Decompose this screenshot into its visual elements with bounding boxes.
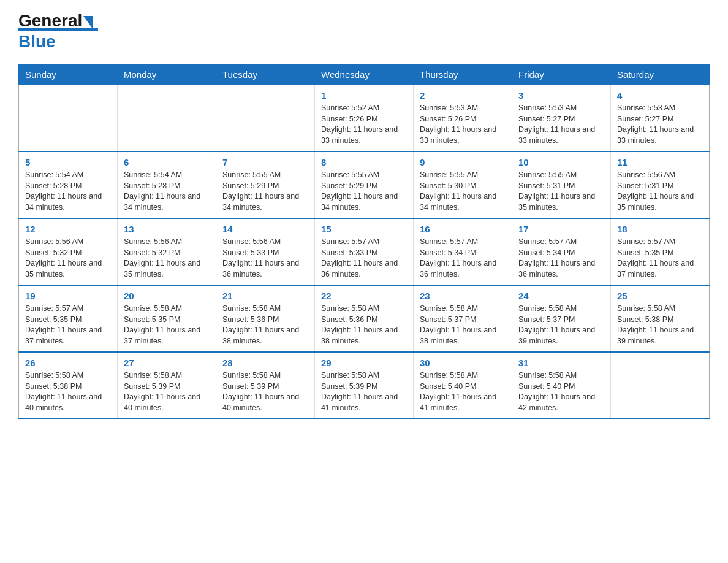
calendar-cell: 17Sunrise: 5:57 AMSunset: 5:34 PMDayligh…	[512, 218, 611, 285]
calendar-cell: 31Sunrise: 5:58 AMSunset: 5:40 PMDayligh…	[512, 352, 611, 419]
day-info: Sunrise: 5:57 AMSunset: 5:34 PMDaylight:…	[420, 237, 506, 280]
day-info: Sunrise: 5:53 AMSunset: 5:26 PMDaylight:…	[420, 103, 506, 146]
calendar-cell: 11Sunrise: 5:56 AMSunset: 5:31 PMDayligh…	[611, 151, 710, 218]
day-info: Sunrise: 5:55 AMSunset: 5:29 PMDaylight:…	[321, 170, 407, 213]
logo-blue-text: Blue	[18, 32, 56, 51]
day-number: 7	[222, 157, 308, 167]
day-info: Sunrise: 5:58 AMSunset: 5:35 PMDaylight:…	[124, 304, 210, 347]
header-wednesday: Wednesday	[315, 64, 414, 85]
day-number: 26	[25, 358, 111, 368]
day-number: 14	[222, 224, 308, 234]
day-info: Sunrise: 5:57 AMSunset: 5:33 PMDaylight:…	[321, 237, 407, 280]
day-number: 23	[420, 291, 506, 301]
header-friday: Friday	[512, 64, 611, 85]
calendar-cell: 9Sunrise: 5:55 AMSunset: 5:30 PMDaylight…	[414, 151, 512, 218]
calendar-cell	[216, 85, 315, 152]
day-number: 11	[617, 157, 703, 167]
calendar-table: SundayMondayTuesdayWednesdayThursdayFrid…	[18, 64, 710, 419]
day-info: Sunrise: 5:56 AMSunset: 5:31 PMDaylight:…	[617, 170, 703, 213]
header-saturday: Saturday	[611, 64, 710, 85]
calendar-cell: 3Sunrise: 5:53 AMSunset: 5:27 PMDaylight…	[512, 85, 611, 152]
day-info: Sunrise: 5:58 AMSunset: 5:37 PMDaylight:…	[420, 304, 506, 347]
calendar-cell: 18Sunrise: 5:57 AMSunset: 5:35 PMDayligh…	[611, 218, 710, 285]
day-info: Sunrise: 5:57 AMSunset: 5:35 PMDaylight:…	[25, 304, 111, 347]
day-number: 15	[321, 224, 407, 234]
week-row-1: 1Sunrise: 5:52 AMSunset: 5:26 PMDaylight…	[19, 85, 710, 152]
calendar-cell: 23Sunrise: 5:58 AMSunset: 5:37 PMDayligh…	[414, 285, 512, 352]
calendar-cell: 15Sunrise: 5:57 AMSunset: 5:33 PMDayligh…	[315, 218, 414, 285]
calendar-cell: 21Sunrise: 5:58 AMSunset: 5:36 PMDayligh…	[216, 285, 315, 352]
day-number: 22	[321, 291, 407, 301]
day-number: 4	[617, 90, 703, 101]
calendar-cell: 10Sunrise: 5:55 AMSunset: 5:31 PMDayligh…	[512, 151, 611, 218]
header-thursday: Thursday	[414, 64, 512, 85]
calendar-cell: 1Sunrise: 5:52 AMSunset: 5:26 PMDaylight…	[315, 85, 414, 152]
calendar-cell: 25Sunrise: 5:58 AMSunset: 5:38 PMDayligh…	[611, 285, 710, 352]
day-info: Sunrise: 5:55 AMSunset: 5:31 PMDaylight:…	[518, 170, 604, 213]
day-number: 8	[321, 157, 407, 167]
calendar-cell: 5Sunrise: 5:54 AMSunset: 5:28 PMDaylight…	[19, 151, 118, 218]
calendar-cell: 29Sunrise: 5:58 AMSunset: 5:39 PMDayligh…	[315, 352, 414, 419]
day-info: Sunrise: 5:52 AMSunset: 5:26 PMDaylight:…	[321, 103, 407, 146]
calendar-cell	[118, 85, 216, 152]
day-number: 5	[25, 157, 111, 167]
day-number: 27	[124, 358, 210, 368]
day-info: Sunrise: 5:58 AMSunset: 5:39 PMDaylight:…	[321, 370, 407, 413]
logo-general: General	[18, 11, 82, 30]
day-number: 16	[420, 224, 506, 234]
calendar-cell: 8Sunrise: 5:55 AMSunset: 5:29 PMDaylight…	[315, 151, 414, 218]
calendar-cell: 19Sunrise: 5:57 AMSunset: 5:35 PMDayligh…	[19, 285, 118, 352]
calendar-cell: 12Sunrise: 5:56 AMSunset: 5:32 PMDayligh…	[19, 218, 118, 285]
header-monday: Monday	[118, 64, 216, 85]
day-info: Sunrise: 5:56 AMSunset: 5:32 PMDaylight:…	[124, 237, 210, 280]
calendar-cell: 30Sunrise: 5:58 AMSunset: 5:40 PMDayligh…	[414, 352, 512, 419]
calendar-cell: 7Sunrise: 5:55 AMSunset: 5:29 PMDaylight…	[216, 151, 315, 218]
day-number: 19	[25, 291, 111, 301]
logo: General Blue	[18, 12, 98, 52]
day-number: 24	[518, 291, 604, 301]
day-number: 31	[518, 358, 604, 368]
day-number: 28	[222, 358, 308, 368]
week-row-5: 26Sunrise: 5:58 AMSunset: 5:38 PMDayligh…	[19, 352, 710, 419]
calendar-cell: 2Sunrise: 5:53 AMSunset: 5:26 PMDaylight…	[414, 85, 512, 152]
day-info: Sunrise: 5:58 AMSunset: 5:38 PMDaylight:…	[25, 370, 111, 413]
day-number: 17	[518, 224, 604, 234]
day-number: 3	[518, 90, 604, 101]
day-number: 20	[124, 291, 210, 301]
week-row-3: 12Sunrise: 5:56 AMSunset: 5:32 PMDayligh…	[19, 218, 710, 285]
day-info: Sunrise: 5:58 AMSunset: 5:36 PMDaylight:…	[222, 304, 308, 347]
day-number: 2	[420, 90, 506, 101]
week-row-4: 19Sunrise: 5:57 AMSunset: 5:35 PMDayligh…	[19, 285, 710, 352]
day-number: 21	[222, 291, 308, 301]
day-number: 10	[518, 157, 604, 167]
day-info: Sunrise: 5:55 AMSunset: 5:30 PMDaylight:…	[420, 170, 506, 213]
day-info: Sunrise: 5:58 AMSunset: 5:37 PMDaylight:…	[518, 304, 604, 347]
day-info: Sunrise: 5:56 AMSunset: 5:32 PMDaylight:…	[25, 237, 111, 280]
calendar-cell: 26Sunrise: 5:58 AMSunset: 5:38 PMDayligh…	[19, 352, 118, 419]
day-number: 13	[124, 224, 210, 234]
calendar-cell: 22Sunrise: 5:58 AMSunset: 5:36 PMDayligh…	[315, 285, 414, 352]
day-info: Sunrise: 5:56 AMSunset: 5:33 PMDaylight:…	[222, 237, 308, 280]
day-info: Sunrise: 5:57 AMSunset: 5:34 PMDaylight:…	[518, 237, 604, 280]
calendar-cell	[611, 352, 710, 419]
day-info: Sunrise: 5:58 AMSunset: 5:39 PMDaylight:…	[124, 370, 210, 413]
day-number: 25	[617, 291, 703, 301]
logo-text: General	[18, 12, 93, 29]
day-info: Sunrise: 5:57 AMSunset: 5:35 PMDaylight:…	[617, 237, 703, 280]
day-number: 6	[124, 157, 210, 167]
calendar-cell: 24Sunrise: 5:58 AMSunset: 5:37 PMDayligh…	[512, 285, 611, 352]
day-number: 18	[617, 224, 703, 234]
day-number: 12	[25, 224, 111, 234]
day-info: Sunrise: 5:58 AMSunset: 5:40 PMDaylight:…	[420, 370, 506, 413]
day-number: 30	[420, 358, 506, 368]
page-header: General Blue	[18, 12, 710, 52]
day-number: 29	[321, 358, 407, 368]
week-row-2: 5Sunrise: 5:54 AMSunset: 5:28 PMDaylight…	[19, 151, 710, 218]
day-info: Sunrise: 5:58 AMSunset: 5:39 PMDaylight:…	[222, 370, 308, 413]
calendar-cell: 4Sunrise: 5:53 AMSunset: 5:27 PMDaylight…	[611, 85, 710, 152]
calendar-cell: 16Sunrise: 5:57 AMSunset: 5:34 PMDayligh…	[414, 218, 512, 285]
calendar-cell: 13Sunrise: 5:56 AMSunset: 5:32 PMDayligh…	[118, 218, 216, 285]
day-number: 9	[420, 157, 506, 167]
calendar-cell: 6Sunrise: 5:54 AMSunset: 5:28 PMDaylight…	[118, 151, 216, 218]
day-info: Sunrise: 5:53 AMSunset: 5:27 PMDaylight:…	[617, 103, 703, 146]
